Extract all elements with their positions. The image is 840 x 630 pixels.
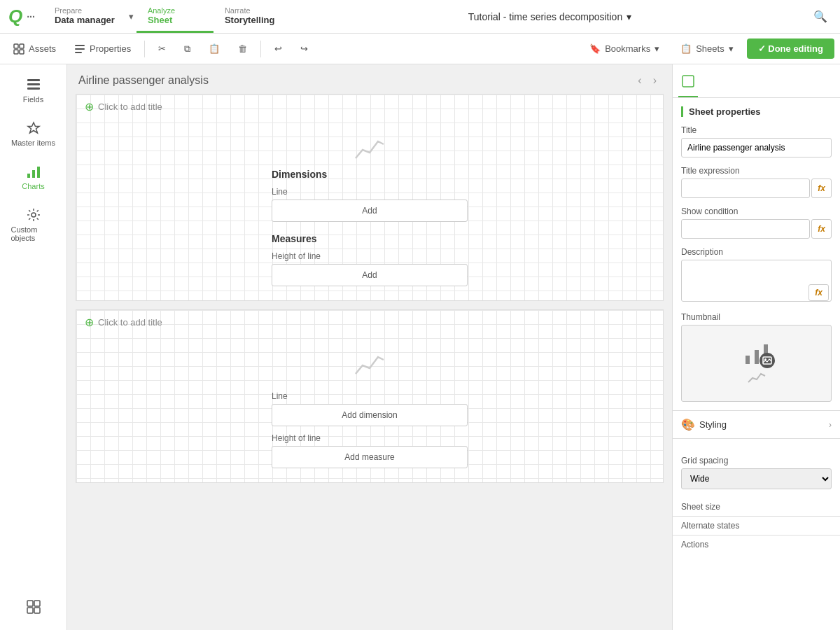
panel-1-body: Dimensions Line Add Measures Height of l… [76, 119, 663, 300]
svg-rect-17 [34, 608, 40, 613]
tab-prepare[interactable]: Prepare Data manager [43, 0, 126, 33]
description-fx-button[interactable]: fx [808, 284, 829, 301]
title-input[interactable] [681, 138, 832, 158]
svg-rect-14 [27, 601, 33, 606]
svg-rect-2 [14, 50, 18, 54]
tab-analyze[interactable]: Analyze Sheet [136, 0, 214, 33]
thumbnail-icon-container [744, 340, 769, 365]
cut-button[interactable]: ✂ [150, 38, 174, 59]
thumbnail-area[interactable] [681, 325, 832, 402]
meas-label-1: Height of line [272, 251, 468, 261]
panel-1-header[interactable]: ⊕ Click to add title [76, 94, 663, 119]
svg-rect-3 [20, 50, 24, 54]
left-sidebar: Fields Master items Charts Custom object… [0, 64, 67, 630]
grid-icon [26, 599, 41, 615]
sheet-next-button[interactable]: › [649, 73, 661, 88]
properties-section: Sheet properties Title Title expression … [673, 98, 840, 410]
app-menu-icon[interactable]: ··· [27, 11, 35, 22]
done-editing-button[interactable]: ✓ Done editing [747, 38, 834, 59]
redo-button[interactable]: ↪ [293, 38, 316, 59]
svg-rect-5 [75, 48, 85, 50]
tab-narrate[interactable]: Narrate Storytelling [214, 0, 290, 33]
sidebar-item-custom-objects[interactable]: Custom objects [6, 200, 62, 249]
nav-right: 🔍 [809, 6, 840, 27]
add-measure-button-1[interactable]: Add [272, 264, 468, 286]
svg-rect-4 [75, 45, 85, 46]
svg-rect-18 [682, 76, 694, 87]
svg-rect-0 [14, 44, 18, 48]
right-panel-tabs [673, 64, 840, 98]
undo-button[interactable]: ↩ [267, 38, 290, 59]
add-dimension-button-1[interactable]: Add [272, 200, 468, 222]
chart-panel-1: ⊕ Click to add title Dimensions Line [76, 94, 664, 301]
config-section-1: Dimensions Line Add Measures Height of l… [272, 169, 468, 286]
bookmarks-button[interactable]: 🔖 Bookmarks ▾ [582, 38, 667, 59]
show-condition-input[interactable] [681, 219, 810, 239]
grid-spacing-select[interactable]: Wide Medium Narrow [681, 468, 832, 489]
description-container: fx [681, 260, 832, 304]
title-expression-prop-label: Title expression [681, 166, 832, 176]
sheets-button[interactable]: 📋 Sheets ▾ [673, 38, 741, 59]
custom-objects-icon [26, 207, 41, 223]
show-condition-row: fx [681, 219, 832, 239]
add-dimension-button-2[interactable]: Add dimension [272, 404, 468, 426]
prepare-dropdown[interactable]: ▾ [126, 0, 136, 33]
styling-section-row[interactable]: 🎨 Styling › [673, 411, 840, 438]
delete-button[interactable]: 🗑 [230, 38, 255, 59]
paste-button[interactable]: 📋 [201, 38, 227, 59]
svg-rect-8 [27, 83, 40, 85]
properties-button[interactable]: Properties [66, 38, 139, 59]
sidebar-bottom [6, 592, 62, 630]
main-layout: Fields Master items Charts Custom object… [0, 64, 840, 630]
panel-2-header[interactable]: ⊕ Click to add title [76, 310, 663, 335]
svg-rect-10 [27, 174, 30, 178]
add-title-icon-2: ⊕ [85, 316, 94, 329]
actions-label: Actions [673, 536, 840, 554]
chart-panel-2: ⊕ Click to add title Line Add dimension [76, 309, 664, 483]
title-expression-input[interactable] [681, 178, 810, 198]
properties-tab[interactable] [678, 70, 698, 97]
app-title[interactable]: Tutorial - time series decomposition ▾ [290, 11, 809, 22]
search-button[interactable]: 🔍 [809, 6, 832, 27]
properties-title: Sheet properties [681, 106, 832, 117]
styling-row-left: 🎨 Styling [681, 418, 727, 431]
add-measure-button-2[interactable]: Add measure [272, 446, 468, 468]
toolbar-separator [144, 41, 145, 57]
grid-spacing-row: Wide Medium Narrow [681, 468, 832, 489]
copy-button[interactable]: ⧉ [176, 38, 198, 59]
properties-icon [74, 43, 85, 55]
title-expression-row: fx [681, 178, 832, 198]
svg-rect-7 [27, 79, 40, 81]
show-condition-fx-button[interactable]: fx [811, 219, 832, 239]
right-panel: Sheet properties Title Title expression … [672, 64, 840, 630]
chart-placeholder-1: Dimensions Line Add Measures Height of l… [90, 133, 649, 286]
sidebar-item-bottom[interactable] [6, 592, 62, 622]
sidebar-item-charts[interactable]: Charts [6, 157, 62, 197]
svg-rect-20 [755, 350, 759, 364]
thumbnail-image-icon [760, 353, 775, 368]
svg-rect-12 [37, 167, 40, 178]
sheet-prev-button[interactable]: ‹ [634, 73, 645, 88]
qlik-logo[interactable]: Q ··· [0, 6, 43, 27]
add-title-icon: ⊕ [85, 100, 94, 113]
sidebar-item-fields[interactable]: Fields [6, 70, 62, 111]
config-section-2: Line Add dimension Height of line Add me… [272, 384, 468, 468]
alternate-states-label: Alternate states [673, 517, 840, 535]
sheet-size-label: Sheet size [673, 498, 840, 516]
svg-rect-9 [27, 88, 40, 90]
toolbar-separator-2 [260, 41, 261, 57]
svg-rect-11 [32, 170, 35, 178]
toolbar-right: 🔖 Bookmarks ▾ 📋 Sheets ▾ ✓ Done editing [582, 38, 834, 59]
show-condition-prop-label: Show condition [681, 206, 832, 216]
svg-point-23 [764, 358, 766, 360]
charts-icon [26, 164, 41, 179]
sheet-title: Airline passenger analysis [78, 74, 209, 87]
meas-label-2: Height of line [272, 433, 468, 443]
svg-rect-19 [746, 356, 750, 364]
assets-button[interactable]: Assets [6, 38, 64, 59]
grid-spacing-label: Grid spacing [681, 456, 832, 465]
title-expression-fx-button[interactable]: fx [811, 178, 832, 198]
svg-rect-1 [20, 44, 24, 48]
title-prop-label: Title [681, 125, 832, 135]
sidebar-item-master-items[interactable]: Master items [6, 113, 62, 154]
